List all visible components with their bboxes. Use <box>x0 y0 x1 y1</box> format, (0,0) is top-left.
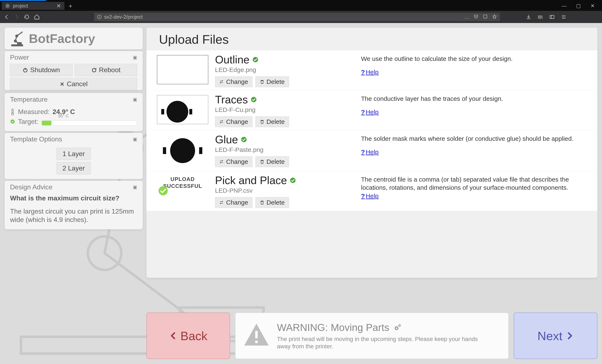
filename-traces: LED-F-Cu.png <box>215 106 357 113</box>
reboot-button[interactable]: Reboot <box>75 64 137 76</box>
change-button[interactable]: Change <box>215 197 252 208</box>
svg-point-21 <box>166 101 188 123</box>
minimize-icon[interactable]: — <box>560 3 568 9</box>
swap-icon <box>219 79 224 84</box>
help-link[interactable]: ? Help <box>361 108 585 116</box>
app-viewport: BotFactory Power ▣ Shutdown Reboot Cance… <box>0 23 602 364</box>
delete-button[interactable]: Delete <box>255 116 289 127</box>
trash-icon <box>260 119 264 124</box>
pocket-icon[interactable] <box>473 14 479 19</box>
advice-header: Design Advice <box>10 183 53 191</box>
checkmark-icon <box>251 97 257 103</box>
collapse-icon[interactable]: ▣ <box>133 137 137 142</box>
help-link[interactable]: ? Help <box>361 149 585 156</box>
file-title-traces: Traces <box>215 93 248 106</box>
change-label: Change <box>226 199 248 206</box>
address-bar[interactable]: sv2-dev-2/project … <box>94 13 500 21</box>
warning-icon <box>242 320 271 352</box>
logo-icon <box>8 30 25 47</box>
file-title-glue: Glue <box>215 133 238 146</box>
more-icon[interactable]: … <box>464 14 469 20</box>
change-button[interactable]: Change <box>215 116 252 127</box>
main-area: Upload Files Outline LED-Edge.png Cha <box>146 28 597 291</box>
upload-status-line1: UPLOAD <box>163 176 202 183</box>
chevron-left-icon <box>169 332 178 340</box>
close-window-icon[interactable]: ✕ <box>589 3 596 9</box>
toolbar-right <box>526 14 566 20</box>
warning-body: The print head will be moving in the upc… <box>277 335 482 350</box>
tab-close-icon[interactable]: ✕ <box>56 3 61 9</box>
brand-title: BotFactory <box>29 31 95 46</box>
two-layer-button[interactable]: 2 Layer <box>56 162 91 174</box>
collapse-icon[interactable]: ▣ <box>133 184 137 190</box>
change-label: Change <box>226 78 248 85</box>
thumbnail-traces <box>155 93 210 126</box>
svg-rect-14 <box>12 45 22 46</box>
help-label: Help <box>366 108 379 116</box>
file-title-outline: Outline <box>215 53 249 66</box>
url-text: sv2-dev-2/project <box>104 14 143 20</box>
svg-rect-27 <box>199 147 202 154</box>
sidebar: BotFactory Power ▣ Shutdown Reboot Cance… <box>5 28 143 231</box>
file-title-pick-place: Pick and Place <box>215 174 287 187</box>
svg-rect-4 <box>484 15 487 18</box>
new-tab-button[interactable]: ＋ <box>64 0 76 11</box>
download-icon[interactable] <box>526 14 531 20</box>
chevron-right-icon <box>565 332 574 340</box>
change-button[interactable]: Change <box>215 76 252 87</box>
sidebar-icon[interactable] <box>549 14 555 20</box>
nav-reload-icon[interactable] <box>24 14 30 20</box>
help-link[interactable]: ? Help <box>361 193 585 200</box>
svg-rect-22 <box>161 109 164 114</box>
svg-rect-23 <box>189 109 192 114</box>
delete-button[interactable]: Delete <box>255 197 289 208</box>
warning-banner: WARNING: Moving Parts The print head wil… <box>235 312 509 359</box>
delete-button[interactable]: Delete <box>255 76 289 87</box>
checkmark-icon <box>241 137 247 142</box>
page-title: Upload Files <box>146 28 597 50</box>
shutdown-label: Shutdown <box>30 66 60 74</box>
help-link[interactable]: ? Help <box>361 69 585 76</box>
swap-icon <box>219 119 224 124</box>
brand-card: BotFactory <box>5 28 143 49</box>
delete-button[interactable]: Delete <box>255 156 289 167</box>
thumbnail-outline <box>155 53 210 86</box>
collapse-icon[interactable]: ▣ <box>133 97 137 102</box>
target-slider[interactable]: 35° C <box>42 117 137 126</box>
change-button[interactable]: Change <box>215 156 252 167</box>
collapse-icon[interactable]: ▣ <box>133 55 137 60</box>
svg-point-12 <box>14 40 17 42</box>
measured-label: Measured: <box>18 108 50 116</box>
next-label: Next <box>537 329 562 343</box>
back-button[interactable]: Back <box>146 312 230 359</box>
one-layer-button[interactable]: 1 Layer <box>56 148 91 160</box>
file-row-pick-place: UPLOAD SUCCESSFUL Pick and Place LED-PNP… <box>146 171 597 211</box>
next-button[interactable]: Next <box>514 312 597 359</box>
trash-icon <box>260 160 264 164</box>
main-card: Upload Files Outline LED-Edge.png Cha <box>146 28 597 278</box>
gears-icon <box>393 323 402 332</box>
template-header: Template Options <box>10 135 62 143</box>
shutdown-button[interactable]: Shutdown <box>10 64 73 76</box>
library-icon[interactable] <box>538 14 543 20</box>
change-label: Change <box>226 118 248 125</box>
success-check-icon <box>158 186 168 196</box>
help-label: Help <box>366 69 379 76</box>
nav-home-icon[interactable] <box>34 14 40 20</box>
cancel-button[interactable]: Cancel <box>10 78 137 90</box>
nav-back-icon[interactable] <box>4 14 10 20</box>
reader-icon[interactable] <box>483 14 488 19</box>
window-controls: — ▢ ✕ <box>560 3 602 9</box>
favicon-icon <box>5 3 10 8</box>
menu-icon[interactable] <box>561 14 566 20</box>
star-icon[interactable] <box>492 14 497 19</box>
info-icon <box>97 15 102 19</box>
power-header: Power <box>10 54 29 61</box>
trash-icon <box>260 79 264 84</box>
svg-rect-26 <box>163 147 166 154</box>
delete-label: Delete <box>267 199 285 206</box>
refresh-icon <box>91 67 97 73</box>
browser-tab[interactable]: project ✕ <box>2 2 64 10</box>
maximize-icon[interactable]: ▢ <box>575 3 582 9</box>
slider-tick-label: 35° C <box>58 114 69 118</box>
